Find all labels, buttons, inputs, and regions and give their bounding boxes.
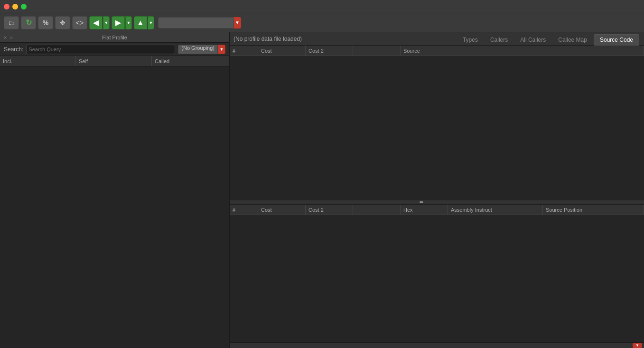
back-dropdown[interactable]: ▼ [103, 16, 110, 29]
left-content [0, 66, 229, 348]
toolbar-search-container [158, 17, 234, 28]
tab-types[interactable]: Types [457, 34, 484, 46]
code-icon: <> [76, 19, 84, 27]
grouping-select: (No Grouping) ▼ [178, 45, 225, 54]
bottom-arrow-icon: ▼ [635, 343, 639, 348]
left-panel-header: × ○ Flat Profile [0, 32, 229, 43]
col-header-self: Self [76, 56, 152, 66]
column-headers: Incl. Self Called [0, 56, 229, 66]
top-column-headers: # Cost Cost 2 Source [230, 46, 644, 56]
bottom-data-content [230, 215, 644, 342]
search-input[interactable] [26, 45, 175, 54]
panel-circle-icon[interactable]: ○ [9, 35, 13, 40]
bottom-col-asm: Assembly Instruct [448, 205, 543, 215]
back-dropdown-icon: ▼ [104, 20, 109, 25]
top-col-source: Source [401, 46, 644, 56]
panel-close-icon[interactable]: × [4, 35, 7, 40]
right-panel: (No profile data file loaded) Types Call… [230, 32, 644, 348]
bottom-col-hash: # [230, 205, 258, 215]
refresh-icon: ↻ [26, 18, 32, 27]
search-bar: Search: (No Grouping) ▼ [0, 43, 229, 56]
up-icon: ▲ [137, 19, 144, 27]
panel-title: Flat Profile [102, 35, 127, 40]
up-button-group: ▲ ▼ [134, 16, 154, 29]
top-col-cost2: Cost 2 [306, 46, 353, 56]
grouping-button[interactable]: (No Grouping) [178, 45, 218, 54]
top-scrollbar-thumb[interactable] [420, 201, 423, 203]
tab-callee-map[interactable]: Callee Map [552, 34, 593, 46]
back-button[interactable]: ◀ [89, 16, 103, 29]
top-col-hash: # [230, 46, 258, 56]
grouping-arrow-icon: ▼ [220, 47, 224, 52]
code-button[interactable]: <> [72, 16, 87, 29]
close-button[interactable] [4, 4, 9, 9]
forward-dropdown-icon: ▼ [127, 20, 131, 25]
left-panel: × ○ Flat Profile Search: (No Grouping) ▼… [0, 32, 230, 348]
top-scrollbar[interactable] [230, 200, 644, 204]
bottom-col-hex: Hex [401, 205, 448, 215]
grouping-dropdown[interactable]: ▼ [218, 45, 225, 54]
percent-icon: % [43, 19, 48, 27]
up-button[interactable]: ▲ [134, 16, 147, 29]
move-button[interactable]: ✥ [55, 16, 70, 29]
bottom-col-src: Source Position [543, 205, 644, 215]
refresh-button[interactable]: ↻ [21, 16, 36, 29]
search-dropdown-icon: ▼ [235, 20, 240, 25]
back-button-group: ◀ ▼ [89, 16, 110, 29]
folder-icon: 🗂 [8, 19, 15, 27]
percent-button[interactable]: % [38, 16, 53, 29]
traffic-lights [4, 4, 27, 9]
search-label: Search: [4, 46, 23, 53]
forward-button-group: ▶ ▼ [112, 16, 132, 29]
toolbar-search-dropdown[interactable]: ▼ [233, 17, 241, 28]
toolbar: 🗂 ↻ % ✥ <> ◀ ▼ ▶ ▼ ▲ ▼ [0, 13, 644, 32]
folder-button[interactable]: 🗂 [4, 16, 19, 29]
top-col-cost: Cost [258, 46, 306, 56]
back-icon: ◀ [93, 18, 99, 27]
forward-icon: ▶ [115, 18, 121, 27]
top-data-content [230, 56, 644, 200]
toolbar-search-input[interactable] [161, 19, 223, 26]
forward-dropdown[interactable]: ▼ [125, 16, 132, 29]
bottom-data-panel: # Cost Cost 2 Hex Assembly Instruct Sour… [230, 205, 644, 342]
bottom-right-btn[interactable]: ▼ [633, 343, 642, 348]
minimize-button[interactable] [12, 4, 18, 9]
bottom-col-cost: Cost [258, 205, 306, 215]
bottom-col-cost2: Cost 2 [306, 205, 353, 215]
top-data-panel: # Cost Cost 2 Source [230, 46, 644, 205]
up-dropdown-icon: ▼ [149, 20, 153, 25]
bottom-bar: ▼ [230, 342, 644, 348]
panel-icons: × ○ [4, 35, 13, 40]
tab-all-callers[interactable]: All Callers [514, 34, 551, 46]
col-header-incl: Incl. [0, 56, 76, 66]
up-dropdown[interactable]: ▼ [148, 16, 154, 29]
tab-callers[interactable]: Callers [485, 34, 513, 46]
titlebar [0, 0, 644, 13]
main-layout: × ○ Flat Profile Search: (No Grouping) ▼… [0, 32, 644, 348]
bottom-col-empty [353, 205, 401, 215]
maximize-button[interactable] [21, 4, 27, 9]
col-header-called: Called [152, 56, 229, 66]
move-icon: ✥ [60, 19, 65, 27]
top-col-empty [353, 46, 401, 56]
forward-button[interactable]: ▶ [112, 16, 125, 29]
bottom-column-headers: # Cost Cost 2 Hex Assembly Instruct Sour… [230, 205, 644, 215]
no-data-label: (No profile data file loaded) [233, 36, 302, 42]
tab-source-code[interactable]: Source Code [594, 34, 639, 46]
